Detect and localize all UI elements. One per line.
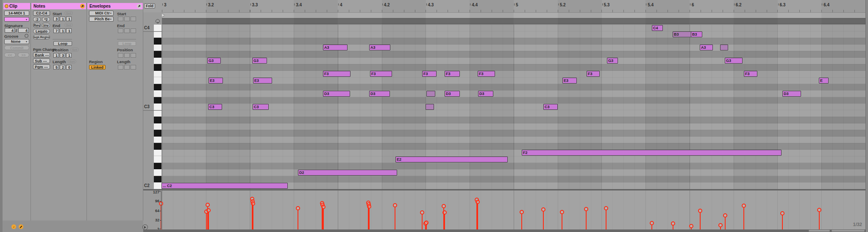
start-beat-field[interactable]: 1 (60, 17, 65, 21)
velocity-stem[interactable] (586, 211, 587, 229)
length-beat-field[interactable]: 2 (60, 65, 65, 70)
midi-note[interactable]: C4 (652, 25, 663, 31)
length-bar-field[interactable]: 5 (53, 65, 59, 70)
notes-tab-icon[interactable]: ♪ (11, 224, 16, 229)
velocity-marker[interactable] (367, 204, 371, 209)
piano-key[interactable] (154, 71, 161, 78)
piano-key[interactable] (154, 130, 161, 137)
velocity-stem[interactable] (422, 214, 423, 229)
end-sixteenth-field[interactable]: 1 (66, 28, 72, 33)
clip-panel-header[interactable]: Clip (3, 3, 30, 9)
velocity-stem[interactable] (782, 215, 783, 229)
midi-note[interactable] (426, 91, 435, 97)
velocity-marker[interactable] (251, 201, 255, 206)
midi-note[interactable]: F3 (323, 71, 351, 77)
midi-note[interactable]: D2 (298, 170, 397, 176)
midi-note[interactable]: D3 (782, 91, 801, 97)
groove-select[interactable]: None▼ (4, 39, 29, 44)
midi-note[interactable]: E3 (562, 78, 577, 84)
midi-note[interactable]: F3 (445, 71, 460, 77)
velocity-marker[interactable] (584, 207, 588, 211)
env-end-sixteenth-field[interactable] (131, 28, 136, 33)
position-set-button[interactable]: Set (70, 48, 79, 52)
midi-note[interactable]: G3 (252, 58, 267, 64)
velocity-stem[interactable] (444, 214, 445, 229)
env-length-sixteenth-field[interactable] (131, 65, 136, 70)
midi-note[interactable]: F3 (370, 71, 392, 77)
velocity-marker[interactable] (206, 203, 210, 207)
position-sixteenth-field[interactable]: 1 (66, 53, 72, 58)
velocity-stem[interactable] (743, 207, 744, 229)
double-time-button[interactable]: *2 (42, 17, 50, 22)
velocity-stem[interactable] (369, 208, 370, 229)
piano-key[interactable] (154, 64, 161, 71)
commit-button[interactable]: Commit (4, 45, 29, 50)
midi-note[interactable]: D3 (323, 91, 350, 97)
velocity-stem[interactable] (606, 210, 606, 229)
velocity-stem[interactable] (395, 207, 395, 229)
velocity-stem[interactable] (725, 217, 726, 229)
velocity-stem[interactable] (298, 210, 298, 229)
velocity-stem[interactable] (819, 212, 820, 229)
midi-note[interactable]: E3 (253, 78, 272, 84)
clip-name-field[interactable]: 14-MIDI 1 (4, 11, 29, 16)
midi-note[interactable]: A3 (369, 45, 390, 50)
midi-note[interactable]: F2 (522, 150, 782, 156)
end-beat-field[interactable]: 1 (60, 28, 65, 33)
clip-color-chooser[interactable]: ▼ (4, 17, 29, 22)
envelopes-tab-icon[interactable] (19, 224, 23, 229)
piano-key[interactable] (154, 103, 161, 110)
velocity-marker[interactable] (604, 206, 608, 210)
velocity-marker[interactable] (206, 208, 211, 212)
env-position-bar-field[interactable] (118, 53, 123, 58)
length-sixteenth-field[interactable]: 0 (66, 65, 72, 70)
bottom-scrollbar-track[interactable] (143, 229, 868, 232)
env-length-bar-field[interactable] (118, 65, 123, 70)
env-end-bar-field[interactable] (118, 28, 123, 33)
signature-numerator-field[interactable]: 4 (5, 28, 15, 33)
notes-panel-header[interactable]: Notes ➔ (31, 3, 86, 9)
signature-denominator-field[interactable]: 4 (18, 28, 29, 33)
env-position-sixteenth-field[interactable] (131, 53, 136, 58)
fold-button[interactable]: Fold (144, 3, 155, 8)
env-end-beat-field[interactable] (124, 28, 130, 33)
linked-button[interactable]: Linked (89, 65, 106, 70)
midi-note[interactable]: D3 (445, 91, 460, 97)
midi-note[interactable]: C3 (208, 104, 222, 110)
midi-note[interactable]: E (819, 78, 829, 84)
midi-note[interactable]: G3 (207, 58, 221, 64)
piano-key[interactable] (154, 143, 161, 150)
piano-key[interactable] (154, 38, 161, 45)
velocity-stem[interactable] (477, 204, 478, 229)
piano-key[interactable] (154, 25, 161, 31)
midi-note[interactable]: D3 (369, 91, 390, 97)
env-position-beat-field[interactable] (124, 53, 130, 58)
piano-key[interactable] (154, 182, 161, 189)
bottom-scrollbar-thumb2[interactable] (832, 230, 865, 232)
piano-key[interactable] (154, 58, 161, 64)
midi-note[interactable]: A3 (700, 45, 713, 50)
start-sixteenth-field[interactable]: 1 (66, 17, 72, 21)
velocity-marker[interactable] (393, 203, 397, 207)
velocity-marker[interactable] (671, 221, 675, 226)
piano-key[interactable] (154, 176, 161, 183)
piano-key[interactable] (154, 137, 161, 143)
piano-key[interactable] (154, 84, 161, 91)
note-range-field[interactable]: C2-C4 (33, 11, 50, 16)
velocity-stem[interactable] (426, 224, 427, 229)
midi-note[interactable]: C3 (543, 104, 558, 110)
piano-key[interactable] (154, 156, 161, 163)
velocity-marker[interactable] (560, 210, 564, 214)
midi-note[interactable] (720, 45, 728, 50)
bank-field[interactable]: Bank --- (33, 53, 50, 57)
piano-key[interactable] (154, 169, 161, 176)
end-set-button[interactable]: Set (64, 23, 73, 27)
piano-key[interactable] (154, 110, 161, 117)
midi-note[interactable]: B3 (691, 31, 702, 37)
velocity-stem[interactable] (253, 205, 253, 229)
velocity-marker[interactable] (476, 200, 480, 204)
end-bar-field[interactable]: 7 (53, 28, 59, 33)
piano-key[interactable] (154, 150, 161, 157)
velocity-marker[interactable] (541, 207, 545, 212)
piano-key[interactable] (154, 90, 161, 97)
